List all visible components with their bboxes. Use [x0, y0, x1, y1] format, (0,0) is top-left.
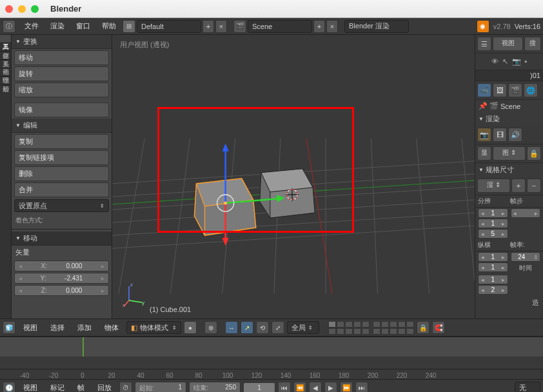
keyframe-next-icon[interactable]: ⏩ [340, 382, 353, 393]
arrow-right-icon[interactable]: ▸ [101, 275, 104, 282]
scene-del-button[interactable]: × [326, 20, 338, 33]
editor-type-button[interactable]: 🧊 [3, 321, 15, 334]
scale-button[interactable]: 缩放 [14, 83, 109, 97]
timeline-ruler[interactable] [0, 337, 543, 357]
start-frame-field[interactable]: 起始:1 [135, 382, 186, 393]
aspect-x-field[interactable]: ◂1▸ [478, 252, 508, 262]
set-origin-dropdown[interactable]: 设置原点⇕ [14, 199, 109, 212]
menu-window[interactable]: 窗口 [71, 20, 95, 33]
vp-add-menu[interactable]: 添加 [72, 321, 97, 334]
play-reverse-icon[interactable]: ◀ [309, 382, 322, 393]
tab-create[interactable]: 创建 [0, 43, 11, 52]
tab-physics[interactable]: 物理 [0, 68, 11, 77]
render-image-button[interactable]: 📷 [477, 128, 491, 142]
tl-playback-menu[interactable]: 回放 [92, 382, 117, 393]
manip-translate-icon[interactable]: ↗ [241, 321, 253, 334]
layout-del-button[interactable]: × [215, 20, 227, 33]
render-section-header[interactable]: ▼渲染 [475, 112, 543, 126]
jump-start-icon[interactable]: ⏮ [278, 382, 291, 393]
play-icon[interactable]: ▶ [324, 382, 337, 393]
res-pct-field[interactable]: ◂5▸ [478, 229, 508, 239]
scene-add-button[interactable]: + [313, 20, 325, 33]
menu-help[interactable]: 帮助 [97, 20, 121, 33]
manip-rotate-icon[interactable]: ⟲ [256, 321, 269, 334]
tab-help[interactable]: 帮助 [0, 77, 11, 85]
sync-dropdown[interactable]: 无 [515, 382, 540, 393]
close-icon[interactable] [5, 5, 13, 13]
shading-solid-button[interactable]: ● [184, 321, 197, 334]
pin-icon[interactable]: 📌 [479, 102, 488, 110]
props-render-tab[interactable]: 📹 [477, 83, 491, 97]
res-x-field[interactable]: ◂1▸ [478, 208, 508, 218]
t2-field[interactable]: ◂2▸ [478, 285, 508, 295]
tl-view-menu[interactable]: 视图 [18, 382, 43, 393]
arrow-left-icon[interactable]: ◂ [19, 287, 22, 294]
layout-icon[interactable]: ⊞ [123, 20, 135, 33]
mirror-button[interactable]: 镜像 [14, 103, 109, 117]
join-button[interactable]: 合并 [14, 182, 109, 197]
transform-header[interactable]: ▼变换 [12, 35, 112, 49]
y-field[interactable]: ◂Y:-2.431▸ [14, 273, 109, 284]
display-dropdown[interactable]: 图 ⇕ [493, 146, 526, 161]
x-field[interactable]: ◂X:0.000▸ [14, 260, 109, 271]
minimize-icon[interactable] [18, 5, 26, 13]
current-frame-field[interactable]: 1 [243, 382, 275, 392]
preset-del-button[interactable]: − [527, 179, 541, 193]
lock-camera-icon[interactable]: 🔒 [417, 321, 429, 334]
fps-field[interactable]: 24⇕ [511, 252, 541, 262]
edit-header[interactable]: ▼编辑 [12, 119, 112, 133]
props-layers-tab[interactable]: 🖼 [493, 83, 507, 97]
arrow-left-icon[interactable]: ◂ [19, 262, 22, 270]
manip-scale-icon[interactable]: ⤢ [272, 321, 284, 334]
lock-icon[interactable]: 🔒 [527, 146, 541, 161]
editor-type-icon[interactable]: ☰ [477, 37, 491, 51]
render-preset-dropdown[interactable]: 渲 ⇕ [477, 179, 510, 193]
vp-select-menu[interactable]: 选择 [45, 321, 70, 334]
menu-render[interactable]: 渲染 [45, 20, 70, 33]
layout-dropdown[interactable]: Default [137, 20, 201, 33]
jump-end-icon[interactable]: ⏭ [355, 382, 368, 393]
camera-icon[interactable]: 📷 [512, 57, 521, 66]
t1-field[interactable]: ◂1▸ [478, 275, 508, 284]
cursor-icon[interactable]: ↖ [502, 57, 508, 66]
aspect-y-field[interactable]: ◂1▸ [478, 262, 508, 272]
search-field[interactable]: 搜 [524, 37, 541, 51]
rotate-button[interactable]: 旋转 [14, 66, 109, 81]
tab-anim[interactable]: 动画 [0, 60, 11, 68]
timeline-cursor[interactable] [83, 337, 84, 357]
scene-dropdown[interactable]: Scene [248, 20, 312, 33]
eye-icon[interactable]: 👁 [491, 57, 499, 66]
orientation-dropdown[interactable]: 全局⇕ [287, 321, 319, 334]
z-field[interactable]: ◂Z:0.000▸ [14, 285, 109, 296]
render-audio-button[interactable]: 🔊 [508, 128, 522, 142]
timeline-editor-type-icon[interactable]: 🕐 [3, 382, 15, 393]
tab-relations[interactable]: 关系 [0, 52, 11, 60]
tl-frame-menu[interactable]: 帧 [72, 382, 90, 393]
manipulator-toggle[interactable]: ↔ [225, 321, 238, 334]
tab-tools[interactable]: 工具 [0, 35, 11, 43]
view-menu[interactable]: 视图 [493, 37, 523, 51]
vp-object-menu[interactable]: 物体 [99, 321, 124, 334]
keyframe-prev-icon[interactable]: ⏪ [293, 382, 306, 393]
snap-icon[interactable]: 🧲 [432, 321, 445, 334]
tl-marker-menu[interactable]: 标记 [45, 382, 70, 393]
mode-dropdown[interactable]: ◧物体模式⇕ [126, 321, 181, 334]
pivot-dropdown[interactable]: ⊕ [204, 321, 217, 334]
layout-add-button[interactable]: + [202, 20, 214, 33]
delete-button[interactable]: 删除 [14, 166, 109, 181]
arrow-left-icon[interactable]: ◂ [19, 275, 22, 282]
arrow-right-icon[interactable]: ▸ [101, 287, 104, 294]
vp-view-menu[interactable]: 视图 [18, 321, 43, 334]
duplicate-linked-button[interactable]: 复制链接项 [14, 150, 109, 165]
info-icon[interactable]: ⓘ [3, 20, 15, 33]
preset-add-button[interactable]: + [511, 179, 526, 193]
scene-icon[interactable]: 🎬 [233, 20, 246, 33]
operator-move-header[interactable]: ▼移动 [12, 231, 112, 246]
render-anim-button[interactable]: 🎞 [493, 128, 507, 142]
render-vis-icon[interactable]: ▪ [525, 57, 528, 66]
range-icon[interactable]: ⏱ [119, 382, 132, 393]
props-scene-tab[interactable]: 🎬 [508, 83, 522, 97]
arrow-right-icon[interactable]: ▸ [101, 262, 104, 270]
props-world-tab[interactable]: 🌐 [524, 83, 538, 97]
3d-viewport[interactable]: 用户视图 (透视) [112, 35, 475, 318]
